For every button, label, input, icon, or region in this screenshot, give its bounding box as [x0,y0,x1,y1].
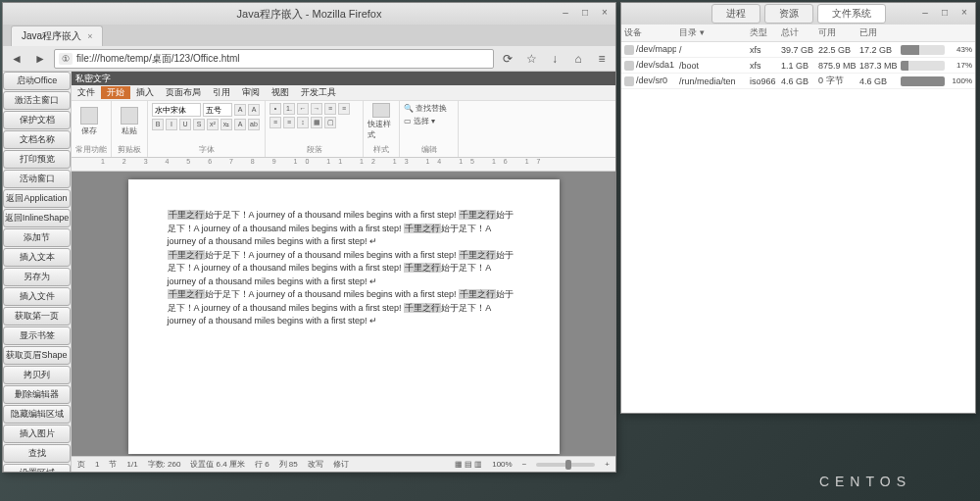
sidebar-item-8[interactable]: 添加节 [3,228,71,247]
highlighted-text[interactable]: 千里之行 [404,263,441,273]
body-text[interactable]: 始于足下！A journey of a thousand miles begin… [205,289,460,299]
office-menu-插入[interactable]: 插入 [130,86,160,99]
highlighted-text[interactable]: 千里之行 [168,250,205,260]
menu-button[interactable]: ≡ [592,49,612,69]
align-right-icon[interactable]: ≡ [270,117,281,128]
office-menu-开发工具[interactable]: 开发工具 [295,86,342,99]
tab-close-icon[interactable]: × [87,31,92,41]
office-menu-引用[interactable]: 引用 [207,86,236,99]
back-button[interactable]: ◄ [7,49,26,69]
sysmon-max-button[interactable]: □ [938,6,952,20]
forward-button[interactable]: ► [30,49,50,69]
number-list-icon[interactable]: 1. [283,103,295,115]
col-type[interactable]: 类型 [747,26,778,39]
download-button[interactable]: ↓ [545,49,564,69]
sysmon-tab-1[interactable]: 资源 [764,4,813,24]
office-menu-视图[interactable]: 视图 [266,86,295,99]
superscript-icon[interactable]: x² [207,119,219,130]
office-menu-审阅[interactable]: 审阅 [236,86,266,99]
sidebar-item-18[interactable]: 插入图片 [3,425,71,443]
sidebar-item-14[interactable]: 获取页眉Shape [3,346,71,365]
find-replace-button[interactable]: 🔍 查找替换 [404,103,447,114]
indent-dec-icon[interactable]: ← [297,103,309,115]
highlighted-text[interactable]: 千里之行 [404,224,441,233]
url-bar[interactable]: ① file:///home/temp/桌面/123/Office.html [54,49,494,69]
body-text[interactable]: 始于足下！A journey of a thousand miles begin… [205,250,460,260]
sidebar-item-16[interactable]: 删除编辑器 [3,385,71,404]
highlighted-text[interactable]: 千里之行 [168,289,205,299]
sysmon-close-button[interactable]: × [957,6,971,20]
sidebar-item-7[interactable]: 返回InlineShape [3,209,71,227]
sidebar-item-15[interactable]: 拷贝列 [3,366,71,384]
strike-icon[interactable]: S [193,119,205,130]
sidebar-item-13[interactable]: 显示书签 [3,326,71,345]
sysmon-tab-2[interactable]: 文件系统 [817,4,886,24]
highlight-icon[interactable]: ab [248,119,260,130]
reload-button[interactable]: ⟳ [498,49,517,69]
save-button[interactable]: 保存 [75,103,103,140]
col-used[interactable]: 已用 [857,26,898,39]
star-button[interactable]: ☆ [521,49,541,69]
underline-icon[interactable]: U [179,119,191,130]
indent-inc-icon[interactable]: → [311,103,322,115]
highlighted-text[interactable]: 千里之行 [168,210,205,220]
document-page[interactable]: 千里之行始于足下！A journey of a thousand miles b… [128,179,560,454]
select-button[interactable]: ▭ 选择 ▾ [404,116,435,126]
border-icon[interactable]: ▢ [324,117,336,128]
page-area[interactable]: 千里之行始于足下！A journey of a thousand miles b… [72,172,615,456]
align-justify-icon[interactable]: ≡ [283,117,295,128]
bullet-list-icon[interactable]: • [270,103,281,115]
sidebar-item-2[interactable]: 保护文档 [3,111,71,129]
office-menu-文件[interactable]: 文件 [72,86,101,99]
sysmon-min-button[interactable]: – [918,6,932,20]
sysmon-tab-0[interactable]: 进程 [711,4,760,24]
italic-icon[interactable]: I [166,119,177,130]
firefox-min-button[interactable]: – [559,6,572,20]
sidebar-item-20[interactable]: 设置区域 [3,464,71,472]
horizontal-ruler[interactable]: 1 2 3 4 5 6 7 8 9 10 11 12 13 14 15 16 1… [72,158,615,172]
office-menu-开始[interactable]: 开始 [101,86,130,99]
fs-row[interactable]: /dev/mapp/xfs39.7 GB22.5 GB17.2 GB43% [621,42,975,58]
paste-button[interactable]: 粘贴 [116,103,143,140]
highlighted-text[interactable]: 千里之行 [459,210,496,220]
font-name-select[interactable] [152,103,201,117]
shading-icon[interactable]: ▦ [311,117,322,128]
line-spacing-icon[interactable]: ↕ [297,117,309,128]
col-directory[interactable]: 目录 ▾ [676,26,747,39]
zoom-in-button[interactable]: + [605,460,610,469]
font-color-icon[interactable]: A [234,119,246,130]
sidebar-item-19[interactable]: 查找 [3,444,71,463]
zoom-thumb[interactable] [565,460,571,470]
firefox-titlebar[interactable]: Java程序嵌入 - Mozilla Firefox – □ × [3,3,615,25]
sidebar-item-3[interactable]: 文档名称 [3,130,71,149]
align-left-icon[interactable]: ≡ [324,103,336,115]
sidebar-item-9[interactable]: 插入文本 [3,248,71,267]
sidebar-item-1[interactable]: 激活主窗口 [3,91,71,110]
zoom-out-button[interactable]: − [522,460,527,469]
sidebar-item-12[interactable]: 获取第一页 [3,307,71,326]
office-menu-页面布局[interactable]: 页面布局 [160,86,207,99]
zoom-slider[interactable] [536,463,595,467]
fs-row[interactable]: /dev/sr0/run/media/teniso9664.6 GB0 字节4.… [621,74,975,89]
sidebar-item-11[interactable]: 插入文件 [3,287,71,306]
font-size-select[interactable] [203,103,232,117]
view-mode-icons[interactable]: ▦ ▤ ▥ [455,460,482,469]
sidebar-item-17[interactable]: 隐藏编辑区域 [3,405,71,424]
bold-icon[interactable]: B [152,119,164,130]
align-center-icon[interactable]: ≡ [338,103,350,115]
highlighted-text[interactable]: 千里之行 [404,303,441,313]
home-button[interactable]: ⌂ [568,49,588,69]
shrink-font-icon[interactable]: A [248,104,260,116]
subscript-icon[interactable]: x₂ [220,119,232,130]
sidebar-item-5[interactable]: 活动窗口 [3,170,71,188]
col-total[interactable]: 总计 [778,26,815,39]
body-text[interactable]: 始于足下！A journey of a thousand miles begin… [205,210,460,220]
grow-font-icon[interactable]: A [234,104,246,116]
firefox-tab[interactable]: Java程序嵌入 × [11,25,103,46]
sidebar-item-6[interactable]: 返回Application [3,189,71,208]
firefox-max-button[interactable]: □ [578,6,592,20]
col-device[interactable]: 设备 [621,26,676,39]
sidebar-item-4[interactable]: 打印预览 [3,150,71,169]
sysmon-titlebar[interactable]: 进程资源文件系统 – □ × [621,3,975,25]
fast-style-button[interactable]: 快速样式 [368,103,395,140]
